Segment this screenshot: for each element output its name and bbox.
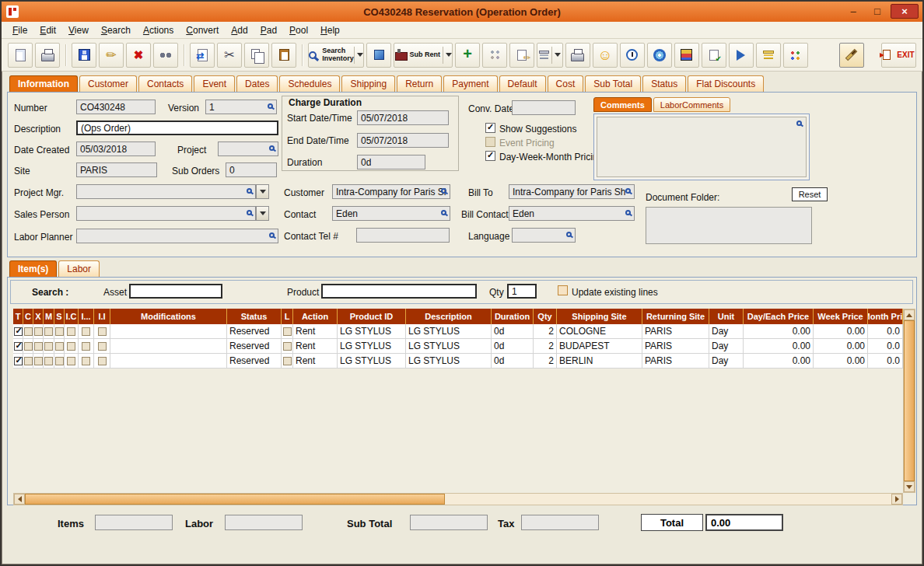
product-input[interactable] (321, 284, 477, 299)
save-button[interactable] (72, 43, 96, 68)
row-flag-cell[interactable] (65, 324, 79, 339)
cell-action[interactable]: Rent (293, 339, 338, 354)
cell-qty[interactable]: 2 (534, 354, 557, 369)
row-flag-checkbox[interactable] (67, 357, 75, 365)
maximize-button[interactable]: □ (866, 4, 888, 19)
cell-unit[interactable]: Day (709, 339, 744, 354)
cell-status[interactable]: Reserved (227, 354, 282, 369)
group-items-button[interactable] (482, 43, 507, 68)
contact-field[interactable]: Eden (332, 206, 450, 221)
color-balls-button[interactable] (783, 43, 808, 68)
row-l-checkbox[interactable] (283, 327, 292, 336)
reset-button[interactable]: Reset (792, 187, 828, 201)
table-row[interactable]: ReservedRentLG STYLUSLG STYLUS0d2COLOGNE… (13, 324, 903, 339)
row-flag-cell[interactable] (33, 324, 44, 339)
labor-planner-field[interactable] (76, 229, 278, 243)
layers-yellow-button[interactable] (756, 43, 781, 68)
cell-qty[interactable]: 2 (534, 339, 557, 354)
row-selected-checkbox[interactable] (14, 357, 23, 365)
row-flag-cell[interactable] (94, 324, 110, 339)
update-existing-lines-checkbox[interactable] (558, 285, 568, 295)
row-flag-checkbox[interactable] (24, 327, 33, 336)
tab-information[interactable]: Information (9, 75, 78, 92)
language-field[interactable] (512, 228, 576, 243)
cell-product-id[interactable]: LG STYLUS (338, 339, 406, 354)
cell-modifications[interactable] (110, 339, 227, 354)
items-horizontal-scrollbar[interactable] (13, 493, 903, 505)
paint-brush-button[interactable] (839, 43, 864, 68)
cell-returning-site[interactable]: PARIS (642, 339, 709, 354)
edit-note-button[interactable] (509, 43, 534, 68)
day-week-month-pricing-checkbox[interactable] (485, 151, 495, 161)
language-search-icon[interactable] (566, 232, 572, 237)
tab-cost[interactable]: Cost (548, 75, 584, 92)
new-document-button[interactable] (8, 43, 33, 68)
horizontal-scroll-track[interactable] (445, 494, 891, 505)
column-header-returning-site[interactable]: Returning Site (642, 309, 709, 324)
print-button[interactable] (35, 43, 60, 68)
scroll-left-button[interactable] (14, 494, 25, 505)
batch-print-button[interactable] (565, 43, 590, 68)
comments-text-area[interactable] (597, 117, 807, 177)
minimize-button[interactable]: – (842, 4, 864, 19)
row-flag-cell[interactable] (13, 339, 23, 354)
tab-shipping[interactable]: Shipping (341, 75, 395, 92)
cell-shipping-site[interactable]: BERLIN (557, 354, 642, 369)
cell-day-price[interactable]: 0.00 (744, 324, 814, 339)
row-flag-cell[interactable] (44, 354, 54, 369)
cell-modifications[interactable] (110, 324, 227, 339)
project-search-icon[interactable] (269, 145, 275, 151)
project-mgr-dropdown-button[interactable] (256, 184, 269, 199)
tab-payment[interactable]: Payment (443, 75, 497, 92)
row-flag-cell[interactable] (79, 324, 94, 339)
contact-tel-field[interactable] (356, 228, 450, 243)
smiley-button[interactable] (593, 43, 618, 68)
cell-day-price[interactable]: 0.00 (744, 339, 814, 354)
row-l-checkbox[interactable] (283, 357, 292, 365)
labor-planner-search-icon[interactable] (269, 232, 275, 238)
edit-button[interactable] (99, 43, 124, 68)
cell-l[interactable] (282, 354, 293, 369)
cell-shipping-site[interactable]: COLOGNE (557, 324, 642, 339)
horizontal-scroll-thumb[interactable] (25, 494, 445, 505)
disc-button[interactable] (647, 43, 672, 68)
row-flag-cell[interactable] (33, 339, 44, 354)
row-flag-checkbox[interactable] (34, 342, 43, 351)
menu-pad[interactable]: Pad (254, 23, 283, 37)
column-header-day-each-price[interactable]: Day/Each Price (744, 309, 814, 324)
project-field[interactable] (218, 142, 278, 156)
cell-l[interactable] (282, 324, 293, 339)
cell-day-price[interactable]: 0.00 (744, 354, 814, 369)
customer-search-icon[interactable] (441, 188, 446, 194)
site-field[interactable]: PARIS (76, 162, 157, 177)
tax-field[interactable] (521, 515, 599, 530)
notes-button[interactable] (702, 43, 726, 68)
row-flag-checkbox[interactable] (82, 342, 90, 351)
row-flag-cell[interactable] (94, 339, 110, 354)
cell-duration[interactable]: 0d (492, 354, 534, 369)
cell-duration[interactable]: 0d (492, 324, 534, 339)
tab-labor[interactable]: Labor (58, 260, 100, 277)
column-header-i-i[interactable]: I.I (94, 309, 110, 324)
column-header-status[interactable]: Status (227, 309, 282, 324)
column-header-x[interactable]: X (33, 309, 44, 324)
search-inventory-button[interactable]: Search Inventory (308, 43, 364, 68)
items-total-field[interactable] (95, 515, 173, 530)
column-header-product-id[interactable]: Product ID (338, 309, 406, 324)
row-flag-cell[interactable] (33, 354, 44, 369)
row-flag-checkbox[interactable] (24, 357, 33, 365)
paste-button[interactable] (271, 43, 296, 68)
tab-event[interactable]: Event (194, 75, 235, 92)
row-flag-cell[interactable] (65, 339, 79, 354)
convert-button[interactable] (190, 43, 215, 68)
tab-schedules[interactable]: Schedules (279, 75, 340, 92)
sales-person-search-icon[interactable] (247, 210, 252, 215)
tab-laborcomments[interactable]: LaborComments (653, 97, 730, 112)
row-flag-checkbox[interactable] (82, 357, 90, 365)
row-flag-cell[interactable] (44, 324, 54, 339)
row-selected-checkbox[interactable] (14, 327, 23, 336)
row-flag-cell[interactable] (94, 354, 110, 369)
row-flag-cell[interactable] (23, 354, 33, 369)
menu-search[interactable]: Search (95, 23, 137, 37)
cut-button[interactable] (217, 43, 242, 68)
